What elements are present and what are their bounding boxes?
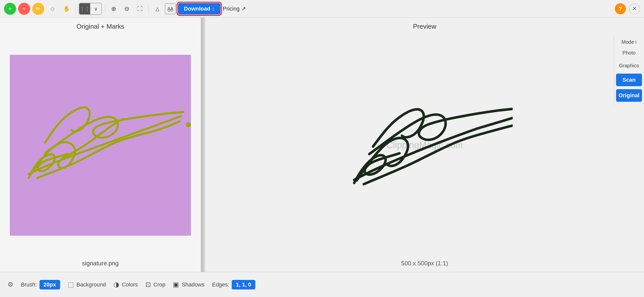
graphics-option[interactable]: Graphics <box>616 61 642 71</box>
help-button[interactable]: ? <box>615 3 626 14</box>
list-view-button[interactable]: ∨ <box>90 3 101 14</box>
original-canvas[interactable] <box>10 55 191 236</box>
zoom-out-button[interactable]: ⊖ <box>121 3 132 14</box>
download-button[interactable]: Download ↓ <box>178 3 221 15</box>
brush-control: Brush: 20px <box>21 280 60 289</box>
colors-label: Colors <box>122 281 138 288</box>
close-window-button[interactable]: − <box>18 3 30 15</box>
crop-icon: ⊡ <box>145 281 151 288</box>
shadows-icon: ▣ <box>173 281 179 288</box>
edges-control: Edges: 1, 1, 0 <box>212 280 255 289</box>
panel-divider <box>201 18 205 272</box>
shadows-control[interactable]: ▣ Shadows <box>173 281 205 288</box>
pricing-button[interactable]: Pricing ↗ <box>223 6 246 12</box>
top-toolbar: + − ✏ ◇ ✋ ⋮⋮ ∨ ⊕ ⊖ ⛶ △ A̲A̲ Download ↓ P… <box>0 0 644 18</box>
zoom-in-button[interactable]: ⊕ <box>108 3 119 14</box>
separator-1 <box>75 4 76 13</box>
background-label: Background <box>76 281 106 288</box>
format-triangle-button[interactable]: △ <box>152 3 163 14</box>
view-toggle-group: ⋮⋮ ∨ <box>79 3 102 15</box>
left-panel-title: Original + Marks <box>76 23 124 30</box>
separator-3 <box>148 4 149 13</box>
background-control[interactable]: ⬚ Background <box>68 281 106 288</box>
original-button[interactable]: Original <box>616 89 642 102</box>
mode-panel: Mode ℹ Photo Graphics Scan Original <box>614 35 644 106</box>
brush-label: Brush: <box>21 281 37 288</box>
edges-value[interactable]: 1, 1, 0 <box>232 280 255 289</box>
signature-preview-svg <box>337 57 513 233</box>
edges-label: Edges: <box>212 281 229 288</box>
colors-control[interactable]: ◑ Colors <box>113 281 138 288</box>
colors-icon: ◑ <box>113 281 119 288</box>
close-app-button[interactable]: ✕ <box>629 3 640 14</box>
signature-original-svg <box>10 55 191 236</box>
shadows-label: Shadows <box>182 281 205 288</box>
crop-control[interactable]: ⊡ Crop <box>145 281 166 288</box>
brush-value[interactable]: 20px <box>39 280 60 289</box>
scan-button[interactable]: Scan <box>616 74 642 86</box>
crop-label: Crop <box>153 281 166 288</box>
main-content: Original + Marks signature.png <box>0 18 644 272</box>
download-label: Download ↓ <box>184 6 215 12</box>
fit-view-button[interactable]: ⛶ <box>134 3 145 14</box>
right-panel: Preview ClippingMagic.com 500 x 500px (1… <box>205 18 644 272</box>
bottom-toolbar: ⚙ Brush: 20px ⬚ Background ◑ Colors ⊡ Cr… <box>0 272 644 297</box>
preview-title: Preview <box>413 23 436 30</box>
left-panel-filename: signature.png <box>82 260 118 267</box>
maximize-button[interactable]: + <box>4 3 16 15</box>
left-panel: Original + Marks signature.png <box>0 18 201 272</box>
hand-button[interactable]: ✋ <box>60 3 72 15</box>
svg-point-0 <box>186 122 191 127</box>
separator-2 <box>105 4 105 13</box>
pencil-button[interactable]: ✏ <box>32 3 44 15</box>
close-label: ✕ <box>632 6 637 12</box>
grid-view-button[interactable]: ⋮⋮ <box>79 3 90 14</box>
erase-button[interactable]: ◇ <box>46 3 58 15</box>
settings-icon[interactable]: ⚙ <box>8 281 13 288</box>
toolbar-right: ? ✕ <box>615 3 640 14</box>
mode-label: Mode ℹ <box>616 39 642 45</box>
preview-dimensions: 500 x 500px (1:1) <box>401 260 448 267</box>
format-text-button[interactable]: A̲A̲ <box>165 3 176 14</box>
photo-option[interactable]: Photo <box>616 48 642 58</box>
preview-canvas[interactable]: ClippingMagic.com <box>337 57 513 233</box>
help-label: ? <box>619 6 622 12</box>
pricing-label: Pricing ↗ <box>223 6 246 12</box>
background-icon: ⬚ <box>68 281 74 288</box>
